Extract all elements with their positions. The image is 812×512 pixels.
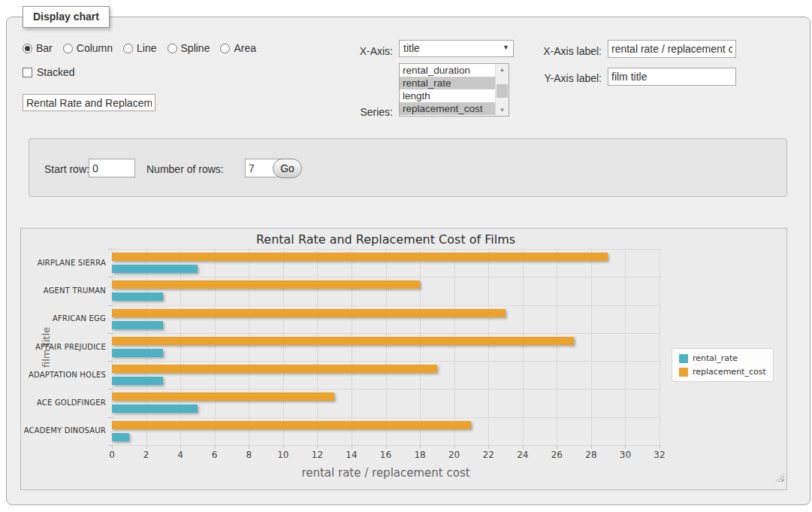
legend-item-replacement_cost[interactable]: replacement_cost xyxy=(679,367,766,377)
radio-label: Bar xyxy=(36,42,53,54)
fieldset-legend: Display chart xyxy=(23,6,110,28)
x-axis-select-label: X-Axis: xyxy=(338,45,393,57)
legend-label: rental_rate xyxy=(693,353,738,363)
x-axis-select[interactable]: title ▼ xyxy=(399,40,514,57)
replacement_cost-bar[interactable] xyxy=(112,280,420,289)
x-axis-tick xyxy=(317,445,318,449)
chart-type-radio-column[interactable]: Column xyxy=(63,42,113,54)
gridline xyxy=(146,249,147,445)
x-axis-tick-label: 32 xyxy=(644,450,675,460)
x-axis-tick-label: 26 xyxy=(542,450,572,460)
x-axis-tick xyxy=(180,445,181,449)
y-axis-tick xyxy=(108,417,112,418)
radio-label: Column xyxy=(77,42,113,54)
chart-type-radio-line[interactable]: Line xyxy=(123,42,156,54)
x-axis-tick-label: 2 xyxy=(131,450,161,460)
x-axis-tick xyxy=(420,445,421,449)
replacement_cost-bar[interactable] xyxy=(112,421,471,429)
series-option-rental_rate[interactable]: rental_rate xyxy=(400,77,496,89)
x-axis-tick xyxy=(352,445,352,449)
y-axis-category-label: AIRPLANE SIERRA xyxy=(21,259,106,267)
replacement_cost-bar[interactable] xyxy=(112,392,334,401)
scroll-down-icon[interactable]: ▼ xyxy=(496,105,509,116)
series-option-replacement_cost[interactable]: replacement_cost xyxy=(400,102,496,115)
series-scrollbar[interactable]: ▲ ▼ xyxy=(495,64,509,116)
start-row-input[interactable] xyxy=(89,159,135,177)
x-axis-tick-label: 14 xyxy=(337,450,367,460)
go-button[interactable]: Go xyxy=(273,159,302,178)
chevron-down-icon: ▼ xyxy=(503,44,509,51)
x-axis-tick xyxy=(215,445,216,449)
chart-type-radio-spline[interactable]: Spline xyxy=(168,42,210,54)
resize-handle-icon[interactable] xyxy=(775,473,784,482)
series-listbox[interactable]: rental_durationrental_ratelengthreplacem… xyxy=(399,63,509,117)
chart-type-radio-group: BarColumnLineSplineArea xyxy=(23,42,256,54)
start-row-label: Start row: xyxy=(44,163,89,175)
stacked-checkbox-row[interactable]: Stacked xyxy=(23,66,75,78)
x-axis-title: rental rate / replacement cost xyxy=(112,466,660,480)
scroll-up-icon[interactable]: ▲ xyxy=(496,64,509,75)
y-axis-label-label: Y-Axis label: xyxy=(536,72,602,84)
y-axis-category-label: AFRICAN EGG xyxy=(21,314,106,323)
rental_rate-bar[interactable] xyxy=(112,404,198,413)
y-axis-category-label: ACADEMY DINOSAUR xyxy=(21,426,106,435)
band-gridline xyxy=(112,417,660,418)
replacement_cost-bar[interactable] xyxy=(112,309,506,317)
x-axis-selected-value: title xyxy=(403,42,420,54)
x-axis-tick-label: 4 xyxy=(165,450,195,460)
chart-type-radio-bar[interactable]: Bar xyxy=(23,42,53,54)
gridline xyxy=(249,249,249,445)
y-axis-tick xyxy=(108,389,112,389)
x-axis-tick xyxy=(488,445,489,449)
legend-item-rental_rate[interactable]: rental_rate xyxy=(679,353,766,363)
scrollbar-thumb[interactable] xyxy=(497,84,508,98)
band-gridline xyxy=(112,277,660,277)
x-axis-tick-label: 6 xyxy=(200,450,230,460)
number-of-rows-label: Number of rows: xyxy=(146,163,224,175)
band-gridline xyxy=(112,249,660,250)
chart-type-radio-area[interactable]: Area xyxy=(220,42,256,54)
series-option-rental_duration[interactable]: rental_duration xyxy=(400,64,496,77)
gridline xyxy=(215,249,216,445)
series-options: rental_durationrental_ratelengthreplacem… xyxy=(400,64,496,116)
radio-label: Area xyxy=(234,42,256,54)
replacement_cost-bar[interactable] xyxy=(112,337,574,345)
rental_rate-bar[interactable] xyxy=(112,433,129,441)
chart-title-input[interactable] xyxy=(23,94,155,111)
chart-legend: rental_ratereplacement_cost xyxy=(672,348,774,382)
rental_rate-bar[interactable] xyxy=(112,321,163,329)
plot-area xyxy=(112,249,660,446)
rental_rate-bar[interactable] xyxy=(112,265,198,273)
rental_rate-bar[interactable] xyxy=(112,377,163,385)
replacement_cost-bar[interactable] xyxy=(112,253,608,261)
radio-label: Spline xyxy=(181,42,210,54)
replacement_cost-bar[interactable] xyxy=(112,365,437,373)
gridline xyxy=(454,249,455,445)
stacked-checkbox[interactable] xyxy=(23,68,32,77)
radio-label: Line xyxy=(137,42,156,54)
row-range-panel: Start row: Number of rows: Go xyxy=(29,138,787,197)
y-axis-tick xyxy=(108,333,112,334)
y-axis-tick xyxy=(108,277,112,277)
x-axis-tick xyxy=(249,445,249,449)
radio-icon xyxy=(63,44,73,53)
band-gridline xyxy=(112,389,660,389)
series-option-length[interactable]: length xyxy=(400,89,496,102)
x-axis-label-input[interactable] xyxy=(608,40,736,58)
x-axis-tick-label: 18 xyxy=(405,450,435,460)
x-axis-tick xyxy=(146,445,147,449)
y-axis-category-label: AFFAIR PREJUDICE xyxy=(21,343,106,351)
radio-icon xyxy=(168,44,177,53)
rental_rate-bar[interactable] xyxy=(112,292,163,301)
x-axis-tick-label: 28 xyxy=(576,450,606,460)
x-axis-tick xyxy=(454,445,455,449)
gridline xyxy=(420,249,421,445)
x-axis-tick-label: 10 xyxy=(268,450,298,460)
y-axis-category-label: ACE GOLDFINGER xyxy=(21,398,106,407)
y-axis-label-input[interactable] xyxy=(608,68,736,86)
rental_rate-bar[interactable] xyxy=(112,349,163,357)
x-axis-tick-label: 20 xyxy=(439,450,469,460)
gridline xyxy=(557,249,557,445)
band-gridline xyxy=(112,305,660,306)
chart-container: Rental Rate and Replacement Cost of Film… xyxy=(20,228,787,490)
